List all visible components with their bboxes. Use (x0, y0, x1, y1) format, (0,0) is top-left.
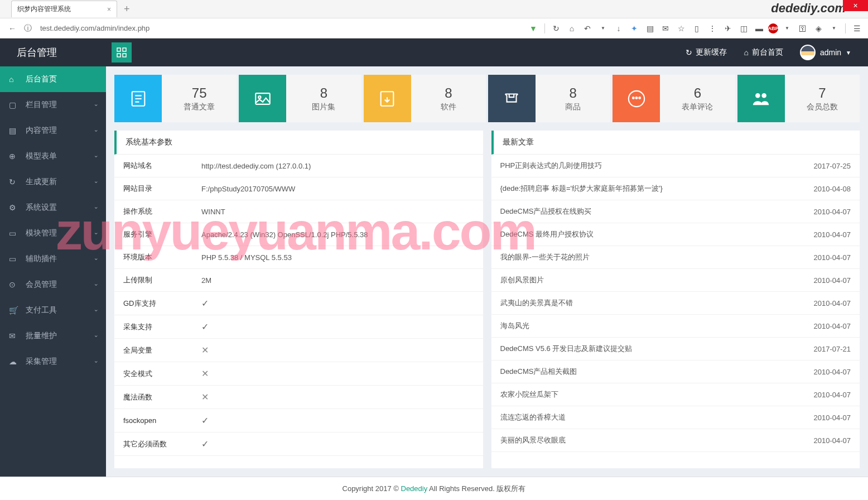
stat-label: 普通文章 (184, 102, 215, 112)
download-icon[interactable]: ↓ (612, 22, 625, 35)
new-tab-button[interactable]: + (117, 3, 137, 15)
sidebar-item-1[interactable]: ▢栏目管理› (0, 92, 106, 118)
param-key: 操作系统 (114, 200, 192, 223)
svg-point-8 (633, 97, 634, 99)
sidebar-item-6[interactable]: ▭模块管理› (0, 220, 106, 246)
sidebar: ⌂后台首页▢栏目管理›▤内容管理›⊕模型表单›↻生成更新›⚙系统设置›▭模块管理… (0, 66, 106, 477)
tab-close-icon[interactable]: × (107, 6, 111, 13)
menu-label: 生成更新 (26, 177, 57, 187)
rss-icon[interactable]: ⋮ (706, 22, 719, 35)
sidebar-item-10[interactable]: ✉批量维护› (0, 323, 106, 349)
url-input[interactable] (36, 21, 527, 36)
back-button[interactable]: ← (4, 21, 20, 36)
browser-chrome: 织梦内容管理系统 × + ← ⓘ ▼ ↻ ⌂ ↶ ▼ ↓ ✦ ▤ ✉ ☆ ▯ ⋮… (0, 0, 868, 39)
dropdown2-icon[interactable]: ▼ (780, 22, 794, 35)
article-row[interactable]: 我的眼界-一些关于花的照片2010-04-07 (491, 246, 860, 269)
sidebar-item-5[interactable]: ⚙系统设置› (0, 195, 106, 220)
stat-box-4[interactable]: 6表单评论 (613, 75, 735, 122)
menu-label: 会员管理 (26, 280, 57, 290)
sidebar-item-3[interactable]: ⊕模型表单› (0, 143, 106, 169)
send-icon[interactable]: ✈ (721, 22, 735, 35)
content: 75普通文章8图片集8软件8商品6表单评论7会员总数 系统基本参数 网站域名ht… (106, 66, 868, 477)
stat-box-3[interactable]: 8商品 (488, 75, 610, 122)
stat-box-0[interactable]: 75普通文章 (114, 75, 237, 122)
window-close-button[interactable]: × (843, 0, 868, 11)
stat-label: 图片集 (312, 102, 335, 112)
params-table: 网站域名http://test.dedediy.com (127.0.0.1)网… (114, 155, 483, 456)
mail-icon[interactable]: ✉ (659, 22, 672, 35)
article-row[interactable]: DedeCMS V5.6 开发日志及新建议提交贴2017-07-21 (491, 338, 860, 360)
avatar (800, 45, 816, 60)
browser-tab[interactable]: 织梦内容管理系统 × (11, 1, 117, 17)
stat-number: 8 (320, 85, 327, 101)
bird-icon[interactable]: ✦ (628, 22, 641, 35)
chevron-icon: › (93, 335, 99, 336)
clipboard-icon[interactable]: ▯ (690, 22, 703, 35)
refresh-cache-link[interactable]: ↻更新缓存 (686, 47, 727, 57)
user-menu[interactable]: admin ▼ (800, 45, 851, 60)
param-key: 网站域名 (114, 155, 192, 177)
article-row[interactable]: DedeCMS 最终用户授权协议2010-04-07 (491, 223, 860, 246)
sidebar-item-2[interactable]: ▤内容管理› (0, 118, 106, 143)
sidebar-item-9[interactable]: 🛒支付工具› (0, 297, 106, 323)
article-row[interactable]: PHP正则表达式的几则使用技巧2017-07-25 (491, 155, 860, 177)
stat-icon (114, 75, 162, 122)
sidebar-item-11[interactable]: ☁采集管理› (0, 349, 106, 374)
watermark-logo: dedediy.com (771, 1, 846, 16)
article-title: 我的眼界-一些关于花的照片 (491, 246, 774, 269)
plugin-icon[interactable]: ◈ (812, 22, 825, 35)
stat-box-5[interactable]: 7会员总数 (737, 75, 860, 122)
article-date: 2010-04-07 (774, 406, 860, 429)
article-row[interactable]: 原创风景图片2010-04-07 (491, 269, 860, 292)
undo-icon[interactable]: ↶ (581, 22, 594, 35)
menu-icon: ✉ (9, 331, 20, 340)
sidebar-item-7[interactable]: ▭辅助插件› (0, 246, 106, 272)
stat-box-1[interactable]: 8图片集 (239, 75, 361, 122)
footer-brand-link[interactable]: Dedediy (401, 484, 428, 493)
menu-icon[interactable]: ☰ (850, 22, 864, 35)
username: admin (820, 48, 841, 57)
param-key: 魔法函数 (114, 386, 192, 409)
info-icon[interactable]: ⓘ (20, 21, 36, 36)
reload-icon[interactable]: ↻ (549, 22, 563, 35)
menu-icon: ⊕ (9, 152, 20, 161)
article-row[interactable]: 武夷山的美景真是不错2010-04-07 (491, 292, 860, 315)
stat-box-2[interactable]: 8软件 (364, 75, 486, 122)
chevron-icon: › (93, 206, 99, 208)
apps-button[interactable] (112, 42, 132, 62)
key-icon[interactable]: ⚿ (796, 22, 809, 35)
article-row[interactable]: 海岛风光2010-04-07 (491, 315, 860, 338)
sidebar-item-0[interactable]: ⌂后台首页 (0, 66, 106, 92)
article-row[interactable]: DedeCMS产品授权在线购买2010-04-07 (491, 200, 860, 223)
panel-icon[interactable]: ◫ (737, 22, 750, 35)
star-icon[interactable]: ☆ (674, 22, 688, 35)
frontend-link[interactable]: ⌂前台首页 (744, 47, 783, 57)
page-icon[interactable]: ▤ (643, 22, 657, 35)
article-date: 2017-07-25 (774, 155, 860, 177)
article-date: 2010-04-07 (774, 292, 860, 315)
svg-point-10 (639, 97, 640, 99)
article-row[interactable]: 农家小院丝瓜架下2010-04-07 (491, 383, 860, 406)
menu-label: 后台首页 (26, 74, 57, 84)
grid-icon (117, 47, 127, 57)
article-row[interactable]: 流连忘返的香樟大道2010-04-07 (491, 406, 860, 429)
abp-icon[interactable]: ABP (768, 23, 778, 33)
stat-icon (239, 75, 286, 122)
shield-icon[interactable]: ▼ (527, 22, 540, 35)
home-icon: ⌂ (744, 48, 748, 57)
svg-rect-2 (117, 54, 120, 57)
menu-icon: ⚙ (9, 203, 20, 212)
article-row[interactable]: {dede:招聘启事 标题='织梦大家庭新年招募第一波'}2010-04-08 (491, 177, 860, 200)
article-row[interactable]: 美丽的风景尽收眼底2010-04-07 (491, 429, 860, 452)
sidebar-item-4[interactable]: ↻生成更新› (0, 169, 106, 195)
dropdown3-icon[interactable]: ▼ (827, 22, 841, 35)
stat-number: 8 (445, 85, 452, 101)
dropdown-icon[interactable]: ▼ (596, 22, 610, 35)
article-row[interactable]: DedeCMS产品相关截图2010-04-07 (491, 360, 860, 383)
folder-icon[interactable]: ▬ (753, 22, 766, 35)
app: 后台管理 ↻更新缓存 ⌂前台首页 admin ▼ ⌂后台首页▢栏目管理›▤内容管… (0, 39, 868, 500)
stat-number: 8 (569, 85, 576, 101)
home-icon[interactable]: ⌂ (565, 22, 578, 35)
article-date: 2017-07-21 (774, 338, 860, 360)
sidebar-item-8[interactable]: ⊙会员管理› (0, 272, 106, 297)
